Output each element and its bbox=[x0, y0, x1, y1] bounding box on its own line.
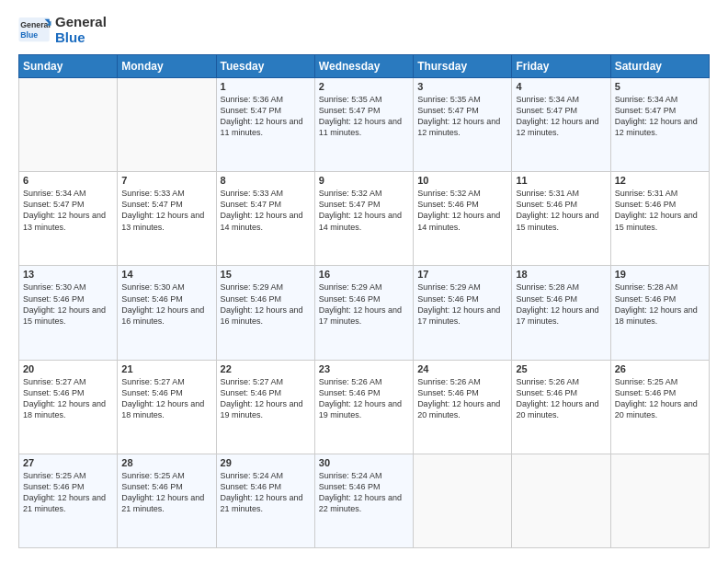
day-number-11: 11 bbox=[516, 175, 606, 186]
day-cell-18: 18Sunrise: 5:28 AMSunset: 5:46 PMDayligh… bbox=[512, 266, 610, 360]
day-number-24: 24 bbox=[417, 363, 507, 374]
day-number-17: 17 bbox=[417, 269, 507, 280]
day-info-10: Sunrise: 5:32 AMSunset: 5:46 PMDaylight:… bbox=[417, 188, 507, 233]
week-row-2: 13Sunrise: 5:30 AMSunset: 5:46 PMDayligh… bbox=[19, 266, 710, 360]
day-info-5: Sunrise: 5:34 AMSunset: 5:47 PMDaylight:… bbox=[615, 94, 705, 139]
day-info-14: Sunrise: 5:30 AMSunset: 5:46 PMDaylight:… bbox=[121, 282, 211, 327]
weekday-header-thursday: Thursday bbox=[414, 55, 512, 78]
empty-cell bbox=[610, 454, 709, 547]
day-number-8: 8 bbox=[221, 175, 311, 186]
day-info-21: Sunrise: 5:27 AMSunset: 5:46 PMDaylight:… bbox=[121, 376, 211, 421]
day-cell-7: 7Sunrise: 5:33 AMSunset: 5:47 PMDaylight… bbox=[118, 172, 216, 266]
day-info-19: Sunrise: 5:28 AMSunset: 5:46 PMDaylight:… bbox=[615, 282, 705, 327]
day-cell-4: 4Sunrise: 5:34 AMSunset: 5:47 PMDaylight… bbox=[512, 78, 610, 172]
svg-text:Blue: Blue bbox=[20, 29, 38, 39]
week-row-3: 20Sunrise: 5:27 AMSunset: 5:46 PMDayligh… bbox=[19, 360, 710, 454]
day-number-3: 3 bbox=[417, 81, 507, 92]
day-number-20: 20 bbox=[23, 363, 113, 374]
day-info-1: Sunrise: 5:36 AMSunset: 5:47 PMDaylight:… bbox=[221, 94, 311, 139]
day-info-13: Sunrise: 5:30 AMSunset: 5:46 PMDaylight:… bbox=[23, 282, 113, 327]
week-row-0: 1Sunrise: 5:36 AMSunset: 5:47 PMDaylight… bbox=[19, 78, 710, 172]
svg-text:General: General bbox=[20, 20, 51, 29]
day-cell-16: 16Sunrise: 5:29 AMSunset: 5:46 PMDayligh… bbox=[314, 266, 413, 360]
day-info-20: Sunrise: 5:27 AMSunset: 5:46 PMDaylight:… bbox=[23, 376, 113, 421]
day-cell-28: 28Sunrise: 5:25 AMSunset: 5:46 PMDayligh… bbox=[118, 454, 216, 547]
day-info-25: Sunrise: 5:26 AMSunset: 5:46 PMDaylight:… bbox=[516, 376, 606, 421]
day-number-2: 2 bbox=[319, 81, 409, 92]
day-info-8: Sunrise: 5:33 AMSunset: 5:47 PMDaylight:… bbox=[221, 188, 311, 233]
day-cell-23: 23Sunrise: 5:26 AMSunset: 5:46 PMDayligh… bbox=[314, 360, 413, 454]
weekday-header-row: SundayMondayTuesdayWednesdayThursdayFrid… bbox=[19, 55, 710, 78]
day-cell-6: 6Sunrise: 5:34 AMSunset: 5:47 PMDaylight… bbox=[19, 172, 118, 266]
day-number-25: 25 bbox=[516, 363, 606, 374]
logo: General Blue General Blue bbox=[18, 15, 107, 45]
day-number-30: 30 bbox=[319, 457, 409, 468]
day-info-16: Sunrise: 5:29 AMSunset: 5:46 PMDaylight:… bbox=[319, 282, 409, 327]
day-info-3: Sunrise: 5:35 AMSunset: 5:47 PMDaylight:… bbox=[417, 94, 507, 139]
day-number-1: 1 bbox=[221, 81, 311, 92]
day-cell-24: 24Sunrise: 5:26 AMSunset: 5:46 PMDayligh… bbox=[414, 360, 512, 454]
day-number-28: 28 bbox=[121, 457, 211, 468]
day-number-21: 21 bbox=[121, 363, 211, 374]
page-header: General Blue General Blue bbox=[18, 15, 710, 45]
day-cell-15: 15Sunrise: 5:29 AMSunset: 5:46 PMDayligh… bbox=[216, 266, 314, 360]
day-info-23: Sunrise: 5:26 AMSunset: 5:46 PMDaylight:… bbox=[319, 376, 409, 421]
day-info-24: Sunrise: 5:26 AMSunset: 5:46 PMDaylight:… bbox=[417, 376, 507, 421]
day-cell-21: 21Sunrise: 5:27 AMSunset: 5:46 PMDayligh… bbox=[118, 360, 216, 454]
day-number-12: 12 bbox=[615, 175, 705, 186]
day-number-10: 10 bbox=[417, 175, 507, 186]
day-number-6: 6 bbox=[23, 175, 113, 186]
day-info-22: Sunrise: 5:27 AMSunset: 5:46 PMDaylight:… bbox=[221, 376, 311, 421]
day-cell-14: 14Sunrise: 5:30 AMSunset: 5:46 PMDayligh… bbox=[118, 266, 216, 360]
day-info-29: Sunrise: 5:24 AMSunset: 5:46 PMDaylight:… bbox=[221, 470, 311, 515]
day-number-13: 13 bbox=[23, 269, 113, 280]
logo-icon: General Blue bbox=[18, 17, 51, 43]
empty-cell bbox=[414, 454, 512, 547]
day-number-7: 7 bbox=[121, 175, 211, 186]
day-cell-11: 11Sunrise: 5:31 AMSunset: 5:46 PMDayligh… bbox=[512, 172, 610, 266]
weekday-header-saturday: Saturday bbox=[610, 55, 709, 78]
day-info-27: Sunrise: 5:25 AMSunset: 5:46 PMDaylight:… bbox=[23, 470, 113, 515]
day-number-16: 16 bbox=[319, 269, 409, 280]
day-number-9: 9 bbox=[319, 175, 409, 186]
day-cell-1: 1Sunrise: 5:36 AMSunset: 5:47 PMDaylight… bbox=[216, 78, 314, 172]
day-cell-26: 26Sunrise: 5:25 AMSunset: 5:46 PMDayligh… bbox=[610, 360, 709, 454]
day-cell-19: 19Sunrise: 5:28 AMSunset: 5:46 PMDayligh… bbox=[610, 266, 709, 360]
day-number-19: 19 bbox=[615, 269, 705, 280]
weekday-header-friday: Friday bbox=[512, 55, 610, 78]
day-info-6: Sunrise: 5:34 AMSunset: 5:47 PMDaylight:… bbox=[23, 188, 113, 233]
logo-text-blue: Blue bbox=[55, 30, 107, 46]
day-info-7: Sunrise: 5:33 AMSunset: 5:47 PMDaylight:… bbox=[121, 188, 211, 233]
day-cell-5: 5Sunrise: 5:34 AMSunset: 5:47 PMDaylight… bbox=[610, 78, 709, 172]
empty-cell bbox=[118, 78, 216, 172]
day-cell-12: 12Sunrise: 5:31 AMSunset: 5:46 PMDayligh… bbox=[610, 172, 709, 266]
day-cell-17: 17Sunrise: 5:29 AMSunset: 5:46 PMDayligh… bbox=[414, 266, 512, 360]
day-number-15: 15 bbox=[221, 269, 311, 280]
day-info-2: Sunrise: 5:35 AMSunset: 5:47 PMDaylight:… bbox=[319, 94, 409, 139]
day-cell-27: 27Sunrise: 5:25 AMSunset: 5:46 PMDayligh… bbox=[19, 454, 118, 547]
day-info-12: Sunrise: 5:31 AMSunset: 5:46 PMDaylight:… bbox=[615, 188, 705, 233]
weekday-header-tuesday: Tuesday bbox=[216, 55, 314, 78]
logo-text-general: General bbox=[55, 15, 107, 30]
empty-cell bbox=[19, 78, 118, 172]
weekday-header-sunday: Sunday bbox=[19, 55, 118, 78]
day-cell-3: 3Sunrise: 5:35 AMSunset: 5:47 PMDaylight… bbox=[414, 78, 512, 172]
day-number-26: 26 bbox=[615, 363, 705, 374]
day-number-22: 22 bbox=[221, 363, 311, 374]
day-info-26: Sunrise: 5:25 AMSunset: 5:46 PMDaylight:… bbox=[615, 376, 705, 421]
day-number-14: 14 bbox=[121, 269, 211, 280]
day-cell-13: 13Sunrise: 5:30 AMSunset: 5:46 PMDayligh… bbox=[19, 266, 118, 360]
day-cell-25: 25Sunrise: 5:26 AMSunset: 5:46 PMDayligh… bbox=[512, 360, 610, 454]
day-number-23: 23 bbox=[319, 363, 409, 374]
day-number-27: 27 bbox=[23, 457, 113, 468]
day-info-9: Sunrise: 5:32 AMSunset: 5:47 PMDaylight:… bbox=[319, 188, 409, 233]
week-row-4: 27Sunrise: 5:25 AMSunset: 5:46 PMDayligh… bbox=[19, 454, 710, 547]
day-info-28: Sunrise: 5:25 AMSunset: 5:46 PMDaylight:… bbox=[121, 470, 211, 515]
day-info-11: Sunrise: 5:31 AMSunset: 5:46 PMDaylight:… bbox=[516, 188, 606, 233]
weekday-header-monday: Monday bbox=[118, 55, 216, 78]
day-info-4: Sunrise: 5:34 AMSunset: 5:47 PMDaylight:… bbox=[516, 94, 606, 139]
day-cell-29: 29Sunrise: 5:24 AMSunset: 5:46 PMDayligh… bbox=[216, 454, 314, 547]
day-cell-22: 22Sunrise: 5:27 AMSunset: 5:46 PMDayligh… bbox=[216, 360, 314, 454]
day-info-15: Sunrise: 5:29 AMSunset: 5:46 PMDaylight:… bbox=[221, 282, 311, 327]
day-cell-9: 9Sunrise: 5:32 AMSunset: 5:47 PMDaylight… bbox=[314, 172, 413, 266]
